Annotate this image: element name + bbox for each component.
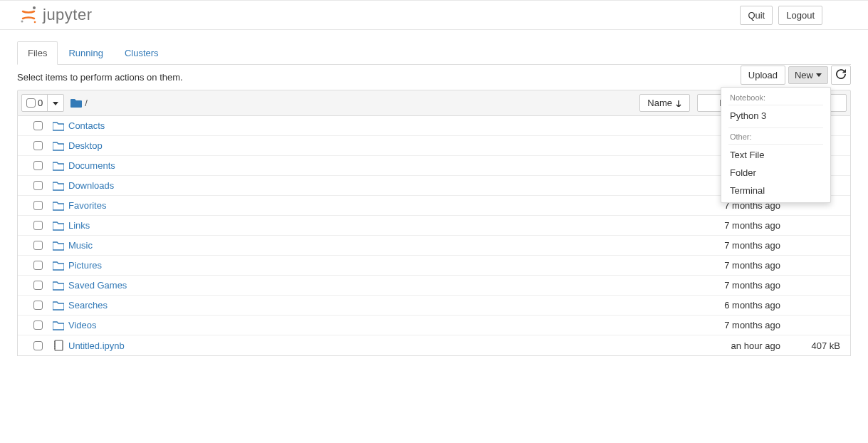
breadcrumb-sep: / (85, 98, 88, 108)
item-modified: 6 months ago (659, 300, 795, 311)
list-item: Searches6 months ago (18, 295, 850, 315)
header: jupyter Quit Logout (0, 1, 868, 30)
new-dropdown-menu: Notebook: Python 3 Other: Text File Fold… (721, 87, 831, 203)
dropdown-section-notebook: Notebook: (721, 90, 830, 103)
folder-icon (53, 261, 64, 271)
selected-count: 0 (38, 98, 43, 108)
item-link[interactable]: Untitled.ipynb (68, 340, 125, 351)
item-link[interactable]: Documents (68, 160, 115, 171)
row-checkbox[interactable] (33, 241, 43, 250)
row-checkbox[interactable] (33, 201, 43, 210)
item-link[interactable]: Saved Games (68, 280, 127, 291)
breadcrumb[interactable]: / (68, 98, 88, 108)
folder-icon (53, 320, 64, 330)
folder-icon (53, 161, 64, 171)
svg-rect-3 (55, 340, 63, 350)
tab-clusters[interactable]: Clusters (114, 41, 169, 65)
sort-name-label: Name (647, 98, 672, 108)
logout-button[interactable]: Logout (778, 6, 822, 25)
item-modified: 7 months ago (659, 240, 795, 251)
item-link[interactable]: Searches (68, 300, 108, 311)
tab-running[interactable]: Running (58, 41, 113, 65)
select-all-checkbox[interactable] (26, 98, 36, 108)
select-all-group[interactable]: 0 (21, 94, 64, 112)
row-checkbox[interactable] (33, 341, 43, 350)
list-item: Pictures7 months ago (18, 255, 850, 275)
tab-files[interactable]: Files (17, 41, 58, 65)
list-item: Links7 months ago (18, 215, 850, 235)
quit-button[interactable]: Quit (740, 6, 773, 25)
folder-icon (53, 221, 64, 231)
refresh-icon (836, 69, 846, 79)
dropdown-section-other: Other: (721, 130, 830, 142)
item-link[interactable]: Desktop (68, 140, 103, 151)
folder-icon (53, 181, 64, 191)
item-modified: 7 months ago (659, 220, 795, 231)
item-link[interactable]: Videos (68, 320, 97, 330)
caret-down-icon (816, 73, 822, 77)
tabs: Files Running Clusters (17, 41, 851, 65)
row-checkbox[interactable] (33, 181, 43, 190)
row-checkbox[interactable] (33, 261, 43, 270)
folder-icon (70, 98, 82, 108)
row-checkbox[interactable] (33, 320, 43, 330)
list-item: Untitled.ipynban hour ago407 kB (18, 335, 850, 355)
item-modified: 7 months ago (659, 320, 795, 330)
row-checkbox[interactable] (33, 301, 43, 310)
new-label: New (795, 70, 813, 80)
brand-text: jupyter (43, 6, 93, 24)
arrow-down-icon (675, 100, 682, 107)
item-link[interactable]: Favorites (68, 200, 106, 211)
notebook-icon (53, 340, 64, 351)
folder-icon (53, 121, 64, 131)
row-checkbox[interactable] (33, 281, 43, 290)
item-link[interactable]: Links (68, 220, 90, 231)
item-link[interactable]: Music (68, 240, 93, 251)
row-checkbox[interactable] (33, 161, 43, 170)
sort-name-button[interactable]: Name (639, 94, 690, 112)
list-item: Videos7 months ago (18, 315, 850, 335)
upload-button[interactable]: Upload (741, 66, 785, 85)
item-link[interactable]: Pictures (68, 260, 102, 271)
svg-point-0 (33, 6, 36, 9)
item-link[interactable]: Downloads (68, 180, 114, 191)
refresh-button[interactable] (831, 66, 851, 85)
item-modified: 7 months ago (659, 260, 795, 271)
new-folder[interactable]: Folder (721, 164, 830, 182)
list-item: Music7 months ago (18, 235, 850, 255)
svg-point-1 (21, 21, 23, 23)
jupyter-icon (19, 5, 38, 25)
action-hint: Select items to perform actions on them. (17, 65, 183, 90)
item-modified: an hour ago (659, 340, 795, 351)
select-menu-caret[interactable] (47, 95, 63, 111)
new-python3[interactable]: Python 3 (721, 107, 830, 125)
row-checkbox[interactable] (33, 141, 43, 150)
new-terminal[interactable]: Terminal (721, 182, 830, 199)
row-checkbox[interactable] (33, 221, 43, 230)
new-dropdown-button[interactable]: New (788, 66, 828, 84)
caret-down-icon (53, 102, 58, 105)
row-checkbox[interactable] (33, 121, 43, 130)
folder-icon (53, 281, 64, 291)
folder-icon (53, 301, 64, 311)
item-size: 407 kB (795, 340, 845, 351)
svg-point-2 (34, 21, 36, 24)
new-text-file[interactable]: Text File (721, 146, 830, 164)
list-item: Saved Games7 months ago (18, 275, 850, 295)
jupyter-logo[interactable]: jupyter (19, 5, 93, 25)
item-modified: 7 months ago (659, 280, 795, 291)
folder-icon (53, 241, 64, 251)
folder-icon (53, 201, 64, 211)
folder-icon (53, 141, 64, 151)
item-link[interactable]: Contacts (68, 120, 105, 131)
